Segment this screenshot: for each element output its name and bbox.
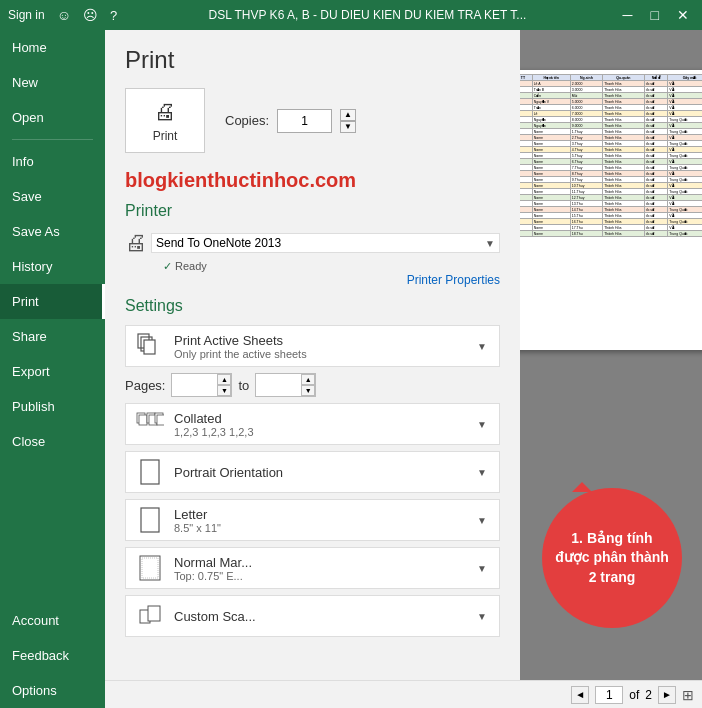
paper-size-text: Letter 8.5" x 11" xyxy=(174,507,465,534)
content-area: Print 🖨 Print Copies: ▲ ▼ xyxy=(105,30,702,708)
printer-select-wrapper[interactable]: Send To OneNote 2013 ▼ xyxy=(151,233,500,253)
signin-button[interactable]: Sign in xyxy=(8,8,45,22)
printer-properties-link[interactable]: Printer Properties xyxy=(125,273,500,287)
pages-to-input[interactable] xyxy=(256,374,301,396)
chevron-down-icon: ▼ xyxy=(481,238,499,249)
pages-to-up[interactable]: ▲ xyxy=(301,374,315,385)
copies-up-button[interactable]: ▲ xyxy=(340,109,356,121)
sheet-preview: S TTHọ và tênNg.sinhQu.quánNơi ởGây mất … xyxy=(520,70,702,350)
sidebar-item-label: Info xyxy=(12,154,34,169)
active-sheets-text: Print Active Sheets Only print the activ… xyxy=(174,333,465,360)
sidebar-item-print[interactable]: Print xyxy=(0,284,105,319)
minimize-button[interactable]: ─ xyxy=(618,5,638,25)
sidebar: Home New Open Info Save Save As History … xyxy=(0,30,105,708)
sidebar-item-account[interactable]: Account xyxy=(0,603,105,638)
sidebar-item-label: Share xyxy=(12,329,47,344)
window-title: DSL THVP K6 A, B - DU DIEU KIEN DU KIEM … xyxy=(117,8,617,22)
tooltip-bubble: 1. Bảng tính được phân thành 2 trang xyxy=(542,488,682,628)
sidebar-item-label: Account xyxy=(12,613,59,628)
sidebar-item-publish[interactable]: Publish xyxy=(0,389,105,424)
sidebar-item-label: Export xyxy=(12,364,50,379)
paper-size-main: Letter xyxy=(174,507,465,522)
svg-rect-9 xyxy=(141,460,159,484)
maximize-button[interactable]: □ xyxy=(646,5,664,25)
orientation-row: Portrait Orientation ▼ xyxy=(125,451,500,493)
sidebar-item-label: Home xyxy=(12,40,47,55)
pages-to-label: to xyxy=(238,378,249,393)
scaling-text: Custom Sca... xyxy=(174,609,465,624)
active-sheets-sub: Only print the active sheets xyxy=(174,348,465,360)
pages-to-down[interactable]: ▼ xyxy=(301,385,315,396)
emoji-happy-icon[interactable]: ☺ xyxy=(57,7,71,23)
pages-from-input[interactable] xyxy=(172,374,217,396)
tooltip-text: 1. Bảng tính được phân thành 2 trang xyxy=(554,529,670,588)
print-active-sheets-row: Print Active Sheets Only print the activ… xyxy=(125,325,500,367)
sidebar-item-saveas[interactable]: Save As xyxy=(0,214,105,249)
watermark-text: blogkienthuctinhoc.com xyxy=(125,169,500,192)
svg-rect-14 xyxy=(148,606,160,621)
printer-select[interactable]: Send To OneNote 2013 xyxy=(152,234,481,252)
collated-sub: 1,2,3 1,2,3 1,2,3 xyxy=(174,426,465,438)
collated-main: Collated xyxy=(174,411,465,426)
print-button[interactable]: 🖨 Print xyxy=(125,88,205,153)
margins-row: Normal Mar... Top: 0.75" E... ▼ xyxy=(125,547,500,589)
sidebar-item-close[interactable]: Close xyxy=(0,424,105,459)
prev-page-button[interactable]: ◄ xyxy=(571,686,589,704)
scaling-icon xyxy=(134,600,166,632)
sidebar-item-options[interactable]: Options xyxy=(0,673,105,708)
printer-row: 🖨 Send To OneNote 2013 ▼ xyxy=(125,230,500,256)
svg-rect-10 xyxy=(141,508,159,532)
page-title: Print xyxy=(125,46,500,74)
page-number-input[interactable] xyxy=(595,686,623,704)
active-sheets-arrow-icon[interactable]: ▼ xyxy=(473,341,491,352)
pages-from-down[interactable]: ▼ xyxy=(217,385,231,396)
sidebar-item-history[interactable]: History xyxy=(0,249,105,284)
printer-status: ✓ Ready xyxy=(163,260,500,273)
paper-size-icon xyxy=(134,504,166,536)
collated-arrow-icon[interactable]: ▼ xyxy=(473,419,491,430)
sidebar-item-share[interactable]: Share xyxy=(0,319,105,354)
active-sheets-main: Print Active Sheets xyxy=(174,333,465,348)
collated-text: Collated 1,2,3 1,2,3 1,2,3 xyxy=(174,411,465,438)
emoji-sad-icon[interactable]: ☹ xyxy=(83,7,98,23)
svg-rect-11 xyxy=(140,556,160,580)
checkmark-icon: ✓ xyxy=(163,260,172,272)
sidebar-item-home[interactable]: Home xyxy=(0,30,105,65)
page-nav: ◄ of 2 ► ⊞ xyxy=(105,680,702,708)
sidebar-item-new[interactable]: New xyxy=(0,65,105,100)
margins-sub: Top: 0.75" E... xyxy=(174,570,465,582)
sidebar-item-save[interactable]: Save xyxy=(0,179,105,214)
orientation-arrow-icon[interactable]: ▼ xyxy=(473,467,491,478)
fit-page-icon[interactable]: ⊞ xyxy=(682,687,694,703)
margins-main: Normal Mar... xyxy=(174,555,465,570)
sidebar-item-export[interactable]: Export xyxy=(0,354,105,389)
pages-from-up[interactable]: ▲ xyxy=(217,374,231,385)
copies-spinner: ▲ ▼ xyxy=(340,109,356,133)
scaling-arrow-icon[interactable]: ▼ xyxy=(473,611,491,622)
sidebar-divider xyxy=(12,139,93,140)
paper-size-sub: 8.5" x 11" xyxy=(174,522,465,534)
copies-input[interactable] xyxy=(277,109,332,133)
printer-icon: 🖨 xyxy=(154,99,176,125)
sidebar-item-label: History xyxy=(12,259,52,274)
margins-arrow-icon[interactable]: ▼ xyxy=(473,563,491,574)
pages-label: Pages: xyxy=(125,378,165,393)
collated-row: Collated 1,2,3 1,2,3 1,2,3 ▼ xyxy=(125,403,500,445)
margins-text: Normal Mar... Top: 0.75" E... xyxy=(174,555,465,582)
next-page-button[interactable]: ► xyxy=(658,686,676,704)
sidebar-item-open[interactable]: Open xyxy=(0,100,105,135)
pages-row: Pages: ▲ ▼ to ▲ ▼ xyxy=(125,373,500,397)
close-button[interactable]: ✕ xyxy=(672,5,694,25)
sidebar-item-feedback[interactable]: Feedback xyxy=(0,638,105,673)
sidebar-item-info[interactable]: Info xyxy=(0,144,105,179)
paper-size-row: Letter 8.5" x 11" ▼ xyxy=(125,499,500,541)
print-page: Print 🖨 Print Copies: ▲ ▼ xyxy=(105,30,702,708)
sidebar-item-label: Save xyxy=(12,189,42,204)
copies-down-button[interactable]: ▼ xyxy=(340,121,356,133)
orientation-main: Portrait Orientation xyxy=(174,465,465,480)
sidebar-item-label: Close xyxy=(12,434,45,449)
sidebar-item-label: Print xyxy=(12,294,39,309)
window-controls: ─ □ ✕ xyxy=(618,5,694,25)
paper-size-arrow-icon[interactable]: ▼ xyxy=(473,515,491,526)
help-icon[interactable]: ? xyxy=(110,8,117,23)
